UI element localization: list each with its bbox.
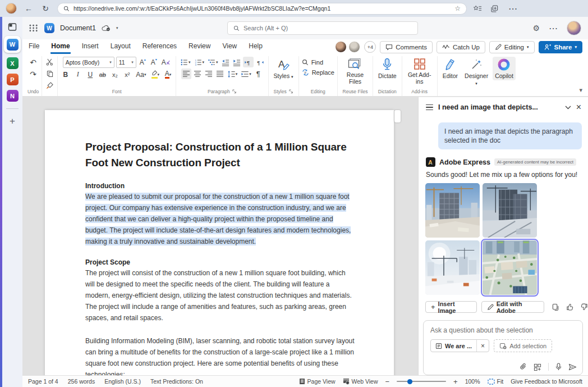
find-button[interactable]: Find [302,59,323,66]
undo-button[interactable]: ↶ [29,57,38,67]
tab-references[interactable]: References [142,40,177,54]
generated-image-4-selected[interactable] [483,240,537,295]
doc-title-caret-icon[interactable]: ▾ [116,26,118,30]
fit-button[interactable]: Fit [488,378,504,385]
favorite-star-icon[interactable]: ☆ [454,4,461,12]
document-page[interactable]: Project Proposal: Construction of a 1 Mi… [45,110,394,375]
align-left-button[interactable] [181,69,191,79]
collaborator-avatar[interactable] [335,41,347,53]
font-name-combo[interactable]: Aptos (Body)▾ [63,57,114,68]
font-size-combo[interactable]: 11▾ [116,57,136,68]
zoom-out-icon[interactable]: − [385,377,389,386]
text-predictions-indicator[interactable]: Text Predictions: On [150,378,203,385]
change-case-button[interactable]: Aa▾ [135,69,147,80]
grow-font-button[interactable]: A▴ [138,57,148,68]
format-painter-button[interactable] [45,80,54,91]
refresh-icon[interactable]: ↻ [40,4,50,13]
language-indicator[interactable]: English (U.S.) [104,378,141,385]
collections-icon[interactable] [491,5,499,12]
page-view-button[interactable]: Page View [299,378,336,385]
styles-button[interactable]: A Styles ▾ [272,57,296,80]
superscript-button[interactable]: x² [122,69,132,80]
address-bar[interactable]: https://onedrive.live.com/:w:/t/EaCKkPs6… [57,3,467,15]
increase-indent-button[interactable] [232,57,242,67]
shrink-font-button[interactable]: A▾ [149,57,159,68]
tab-home[interactable]: Home [50,40,70,54]
favorites-bar-icon[interactable] [474,5,482,12]
tab-review[interactable]: Review [188,40,211,54]
editing-mode-button[interactable]: Editing ▾ [489,41,535,53]
show-paragraph-marks-button[interactable]: ¶ [254,69,263,79]
send-icon[interactable] [568,363,577,371]
generated-image-2[interactable] [483,183,537,238]
highlight-color-button[interactable]: ▾ [150,69,161,80]
collaborator-avatar[interactable] [348,41,360,53]
subscript-button[interactable]: x₂ [110,69,120,80]
panel-collapse-chevron-icon[interactable] [565,106,571,110]
replace-button[interactable]: b Replace [302,69,334,76]
strikethrough-button[interactable]: ab [98,69,107,80]
dialog-launcher-icon[interactable] [289,89,293,94]
hamburger-menu-icon[interactable] [426,104,433,111]
cut-button[interactable] [45,57,54,67]
tab-view[interactable]: View [222,40,237,54]
share-button[interactable]: Share ▾ [539,41,582,53]
zoom-in-icon[interactable]: + [453,377,458,386]
account-avatar[interactable] [567,21,581,35]
comments-button[interactable]: Comments [380,41,433,53]
generated-image-3[interactable] [425,240,480,295]
thumbs-down-icon[interactable] [581,303,588,311]
copilot-button[interactable]: Copilot [493,57,516,80]
zoom-slider-handle[interactable] [407,379,412,384]
bold-button[interactable]: B [61,69,70,80]
add-selection-chip[interactable]: Add selection [494,339,552,352]
sidebar-item-onenote[interactable]: N [7,90,19,102]
redo-button[interactable]: ↷ [29,69,38,79]
dictate-button[interactable]: Dictate [376,57,399,80]
sidebar-item-word[interactable]: W [4,36,21,53]
collapse-ribbon-icon[interactable]: ▾ [579,86,582,94]
header-more-icon[interactable]: ⋯ [549,23,558,34]
panel-close-icon[interactable]: × [576,102,581,112]
clear-formatting-button[interactable]: A [160,57,171,68]
document-title[interactable]: Document1 [60,24,96,32]
remove-selection-icon[interactable]: × [476,340,489,352]
rtl-paragraph-button[interactable]: ¶ [255,57,265,67]
align-right-button[interactable] [204,69,214,79]
tab-file[interactable]: File [28,40,40,54]
page-indicator[interactable]: Page 1 of 4 [28,378,58,385]
font-color-button[interactable]: A▾ [163,69,173,80]
sidebar-item-powerpoint[interactable]: P [7,74,19,85]
word-count[interactable]: 256 words [68,378,95,385]
mic-icon[interactable] [555,363,562,371]
attach-icon[interactable] [520,363,527,371]
reuse-files-button[interactable]: Reuse Files [341,57,370,86]
tab-insert[interactable]: Insert [81,40,99,54]
web-view-button[interactable]: Web View [343,378,378,385]
multilevel-list-button[interactable]: ▾ [206,57,219,67]
thumbs-up-icon[interactable] [566,303,573,311]
back-icon[interactable]: ← [24,4,34,13]
underline-button[interactable]: U [85,69,95,80]
tab-help[interactable]: Help [248,40,263,54]
bullets-button[interactable]: ▾ [179,57,192,67]
tab-layout[interactable]: Layout [110,40,131,54]
line-spacing-button[interactable]: ▾ [226,69,239,79]
document-scrollbar-thumb[interactable] [394,110,401,122]
sidebar-add-icon[interactable]: + [10,116,15,127]
sidebar-item-excel[interactable]: X [7,57,19,69]
search-box[interactable]: Search (Alt + Q) [227,21,418,35]
ltr-paragraph-button[interactable]: ¶ [243,57,254,67]
feedback-link[interactable]: Give Feedback to Microsoft [511,378,582,385]
numbering-button[interactable]: 123▾ [193,57,206,67]
zoom-slider[interactable] [397,381,446,382]
settings-gear-icon[interactable]: ⚙ [532,24,540,33]
decrease-indent-button[interactable] [220,57,231,67]
designer-button[interactable]: Designer▾ [462,57,490,87]
cloud-saved-icon[interactable] [102,25,111,31]
justify-button[interactable] [215,69,225,79]
dialog-launcher-icon[interactable] [232,89,237,94]
align-center-button[interactable] [192,69,203,79]
selection-chip[interactable]: We are ... × [430,339,489,352]
collaborator-overflow-badge[interactable]: +4 [364,41,376,53]
